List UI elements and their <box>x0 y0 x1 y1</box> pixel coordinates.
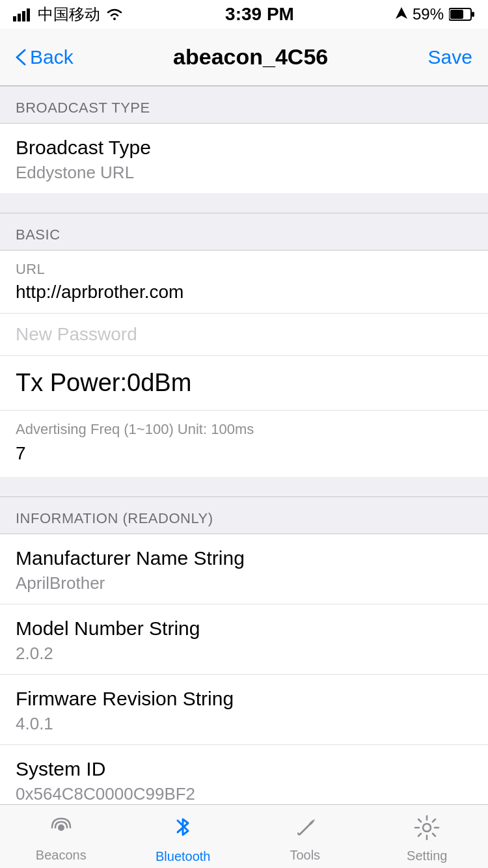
basic-group: URL http://aprbrother.com New Password T… <box>0 251 488 477</box>
back-chevron-icon <box>16 49 26 66</box>
broadcast-type-title: Broadcast Type <box>16 134 472 161</box>
battery-icon <box>449 7 475 21</box>
gap-1 <box>0 193 488 213</box>
tab-tools-label: Tools <box>290 848 320 863</box>
url-value: http://aprbrother.com <box>16 282 472 303</box>
info-row-value-0: AprilBrother <box>16 573 472 593</box>
setting-icon <box>414 815 440 845</box>
beacon-icon <box>49 815 74 844</box>
info-header: INFORMATION (READONLY) <box>0 496 488 534</box>
svg-rect-0 <box>13 16 16 21</box>
svg-rect-2 <box>22 11 25 21</box>
back-button[interactable]: Back <box>16 46 74 68</box>
broadcast-type-subtitle: Eddystone URL <box>16 163 472 183</box>
tab-bar: Beacons Bluetooth Tools Setting <box>0 804 488 868</box>
svg-point-8 <box>423 824 431 832</box>
svg-rect-1 <box>18 14 21 21</box>
broadcast-type-cell[interactable]: Broadcast Type Eddystone URL <box>0 124 488 193</box>
password-cell[interactable]: New Password <box>0 314 488 356</box>
gap-2 <box>0 477 488 496</box>
adv-freq-label: Advertising Freq (1~100) Unit: 100ms <box>16 421 472 438</box>
info-row-1: Model Number String 2.0.2 <box>0 604 488 675</box>
status-left: 中国移动 <box>13 4 124 25</box>
tab-bluetooth-label: Bluetooth <box>156 849 211 864</box>
location-icon <box>396 7 407 21</box>
wifi-icon <box>105 7 124 21</box>
svg-rect-5 <box>472 12 474 17</box>
tab-setting-label: Setting <box>407 848 447 863</box>
carrier-label: 中国移动 <box>38 4 100 25</box>
tx-power-cell[interactable]: Tx Power:0dBm <box>0 356 488 411</box>
svg-rect-3 <box>27 8 30 21</box>
info-row-title-1: Model Number String <box>16 615 472 642</box>
info-row-2: Firmware Revision String 4.0.1 <box>0 675 488 745</box>
broadcast-type-header: BROADCAST TYPE <box>0 86 488 124</box>
nav-bar: Back abeacon_4C56 Save <box>0 29 488 86</box>
tools-icon <box>293 815 318 844</box>
adv-freq-cell[interactable]: Advertising Freq (1~100) Unit: 100ms 7 <box>0 411 488 477</box>
info-row-title-3: System ID <box>16 755 472 783</box>
info-row-value-2: 4.0.1 <box>16 714 472 734</box>
page-title: abeacon_4C56 <box>173 44 328 70</box>
tx-power-text: Tx Power:0dBm <box>16 369 472 397</box>
content-area: BROADCAST TYPE Broadcast Type Eddystone … <box>0 86 488 868</box>
url-label: URL <box>16 261 472 278</box>
back-label: Back <box>30 46 74 68</box>
url-cell[interactable]: URL http://aprbrother.com <box>0 251 488 314</box>
info-row-value-1: 2.0.2 <box>16 644 472 664</box>
bluetooth-icon <box>172 814 193 845</box>
svg-point-7 <box>58 824 64 831</box>
adv-freq-value: 7 <box>16 443 472 464</box>
svg-rect-6 <box>450 10 463 19</box>
broadcast-type-group: Broadcast Type Eddystone URL <box>0 124 488 193</box>
info-row-0: Manufacturer Name String AprilBrother <box>0 534 488 604</box>
status-time: 3:39 PM <box>225 4 294 25</box>
info-group: Manufacturer Name String AprilBrother Mo… <box>0 534 488 815</box>
status-bar: 中国移动 3:39 PM 59% <box>0 0 488 29</box>
info-row-value-3: 0x564C8C0000C99BF2 <box>16 784 472 804</box>
tab-beacons-label: Beacons <box>36 848 87 863</box>
tab-tools[interactable]: Tools <box>244 810 366 863</box>
tab-bluetooth[interactable]: Bluetooth <box>122 809 245 864</box>
tab-beacons[interactable]: Beacons <box>0 810 122 863</box>
save-button[interactable]: Save <box>428 46 472 68</box>
basic-header: BASIC <box>0 213 488 251</box>
battery-percent: 59% <box>413 5 444 23</box>
password-placeholder: New Password <box>16 324 472 345</box>
info-row-title-2: Firmware Revision String <box>16 685 472 712</box>
tab-setting[interactable]: Setting <box>366 809 489 863</box>
signal-icon <box>13 7 33 21</box>
status-right: 59% <box>396 5 475 23</box>
info-row-title-0: Manufacturer Name String <box>16 545 472 572</box>
